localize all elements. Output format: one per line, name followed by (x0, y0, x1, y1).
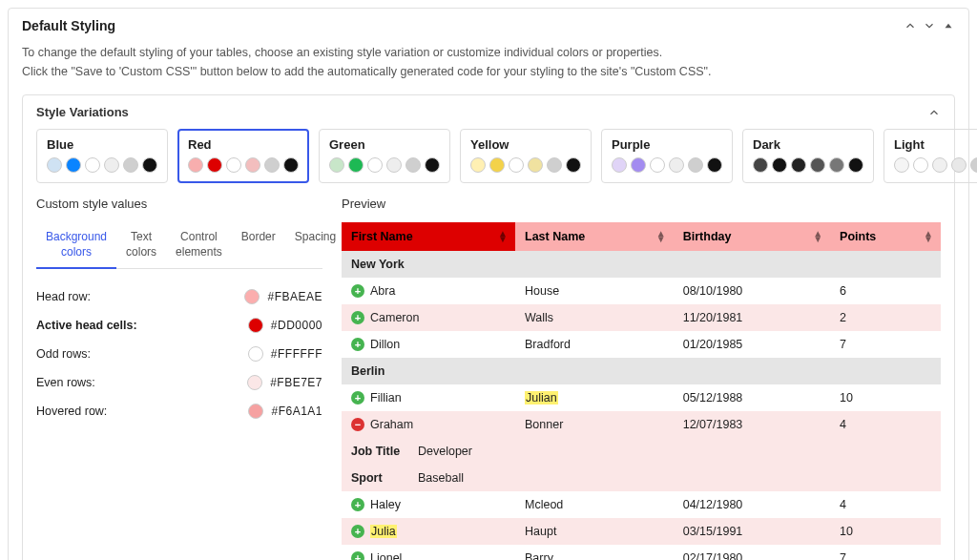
cell-points: 6 (830, 278, 941, 304)
caret-up-icon[interactable] (942, 19, 955, 32)
hex-value: #DD0000 (271, 319, 322, 332)
color-swatch (932, 157, 947, 173)
cell-points: 4 (830, 411, 941, 438)
group-row: New York (342, 251, 941, 278)
hex-value: #FBE7E7 (270, 376, 322, 389)
color-swatch (547, 157, 562, 173)
cell-first-name: +Abra (342, 278, 515, 304)
tab-control[interactable]: Controlelements (166, 222, 232, 268)
cell-birthday: 05/12/1988 (674, 384, 830, 411)
color-swatch (123, 157, 138, 173)
swatch-row (612, 157, 722, 173)
svg-marker-0 (946, 24, 952, 29)
variation-card-red[interactable]: Red (177, 129, 309, 183)
color-swatch (188, 157, 203, 173)
detail-row: SportBaseball (342, 465, 941, 491)
variation-title: Green (329, 137, 440, 152)
table-head-row: First Name▲▼Last Name▲▼Birthday▲▼Points▲… (342, 222, 941, 251)
cell-first-name: +Fillian (342, 384, 515, 411)
expand-plus-icon[interactable]: + (351, 525, 364, 538)
table-row[interactable]: −GrahamBonner12/07/19834 (342, 411, 941, 438)
table-row[interactable]: +JuliaHaupt03/15/199110 (342, 518, 941, 545)
variation-card-purple[interactable]: Purple (601, 129, 733, 183)
cell-first-name: +Julia (342, 518, 515, 545)
intro-line-2: Click the "Save to 'Custom CSS'" button … (22, 62, 955, 81)
color-swatch (791, 157, 806, 173)
swatch-row (329, 157, 440, 173)
sort-icon: ▲▼ (813, 231, 822, 242)
cell-birthday: 08/10/1980 (674, 278, 830, 304)
color-swatch (951, 157, 967, 173)
column-header-first-name[interactable]: First Name▲▼ (342, 222, 515, 251)
preview-column: Preview First Name▲▼Last Name▲▼Birthday▲… (342, 197, 941, 560)
color-swatch (489, 157, 505, 173)
chevron-down-icon[interactable] (923, 19, 936, 32)
expand-plus-icon[interactable]: + (351, 391, 364, 404)
color-swatch (207, 157, 222, 173)
color-swatch (329, 157, 344, 173)
expand-plus-icon[interactable]: + (351, 498, 364, 511)
detail-value: Baseball (418, 471, 464, 485)
table-row[interactable]: +LionelBarry02/17/19807 (342, 545, 941, 560)
variation-card-light[interactable]: Light (883, 129, 977, 183)
color-dot[interactable] (247, 375, 262, 390)
swatch-row (470, 157, 581, 173)
table-row[interactable]: +AbraHouse08/10/19806 (342, 278, 941, 304)
column-header-points[interactable]: Points▲▼ (830, 222, 941, 251)
color-label: Head row: (36, 290, 244, 303)
cell-points: 7 (830, 545, 941, 560)
chevron-up-icon[interactable] (904, 19, 917, 32)
color-swatch (66, 157, 81, 173)
color-swatch (470, 157, 486, 173)
color-dot[interactable] (248, 404, 263, 419)
expand-plus-icon[interactable]: + (351, 551, 364, 560)
tab-border[interactable]: Border (232, 222, 285, 268)
color-value-row: Hovered row:#F6A1A1 (36, 397, 322, 425)
cell-birthday: 11/20/1981 (674, 304, 830, 331)
expand-plus-icon[interactable]: + (351, 311, 364, 324)
expand-plus-icon[interactable]: + (351, 338, 364, 351)
color-swatch (913, 157, 928, 173)
color-values-list: Head row:#FBAEAEActive head cells:#DD000… (36, 282, 322, 425)
table-row[interactable]: +DillonBradford01/20/19857 (342, 331, 941, 358)
table-row[interactable]: +HaleyMcleod04/12/19804 (342, 491, 941, 518)
detail-cell: Job TitleDeveloper (342, 438, 941, 465)
color-dot[interactable] (248, 318, 263, 333)
expand-minus-icon[interactable]: − (351, 418, 364, 431)
variation-card-yellow[interactable]: Yellow (460, 129, 592, 183)
variation-title: Red (188, 137, 299, 152)
color-swatch (894, 157, 909, 173)
tab-text[interactable]: Textcolors (116, 222, 166, 268)
swatch-row (47, 157, 157, 173)
style-variations-header: Style Variations (23, 95, 954, 129)
group-name: New York (342, 251, 941, 278)
cell-birthday: 01/20/1985 (674, 331, 830, 358)
custom-values-column: Custom style values BackgroundcolorsText… (36, 197, 322, 560)
variation-title: Blue (47, 137, 157, 152)
variation-title: Yellow (470, 137, 581, 152)
cell-last-name: Mcleod (515, 491, 674, 518)
column-header-birthday[interactable]: Birthday▲▼ (674, 222, 830, 251)
color-swatch (772, 157, 787, 173)
swatch-row (188, 157, 299, 173)
variation-card-green[interactable]: Green (319, 129, 450, 183)
panel-title: Default Styling (22, 18, 115, 33)
tab-spacing[interactable]: Spacing (285, 222, 345, 268)
variation-card-blue[interactable]: Blue (36, 129, 168, 183)
table-row[interactable]: +CameronWalls11/20/19812 (342, 304, 941, 331)
table-row[interactable]: +FillianJulian05/12/198810 (342, 384, 941, 411)
tab-background[interactable]: Backgroundcolors (36, 222, 116, 269)
color-swatch (650, 157, 665, 173)
variation-card-dark[interactable]: Dark (742, 129, 874, 183)
cell-last-name: Bonner (515, 411, 674, 438)
sort-icon: ▲▼ (924, 231, 933, 242)
cell-points: 2 (830, 304, 941, 331)
column-header-last-name[interactable]: Last Name▲▼ (515, 222, 674, 251)
default-styling-panel: Default Styling To change the default st… (8, 8, 969, 560)
color-dot[interactable] (248, 346, 263, 362)
color-swatch (566, 157, 581, 173)
chevron-up-icon[interactable] (927, 106, 941, 119)
expand-plus-icon[interactable]: + (351, 284, 364, 298)
sort-icon: ▲▼ (656, 231, 666, 242)
color-dot[interactable] (244, 289, 260, 304)
